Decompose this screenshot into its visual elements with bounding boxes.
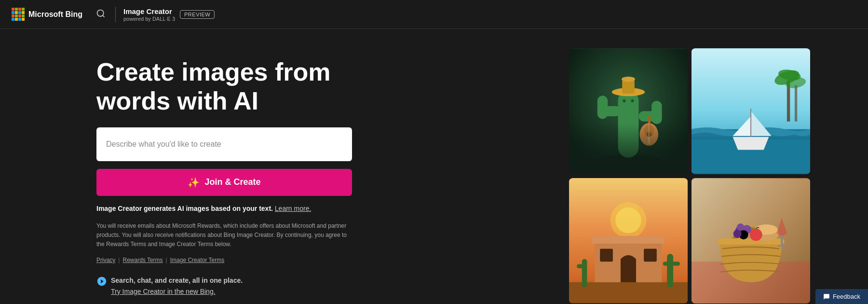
image-basket (692, 178, 810, 304)
rewards-terms-link[interactable]: Rewards Terms (122, 257, 163, 263)
svg-point-17 (646, 132, 651, 137)
svg-point-13 (622, 77, 635, 82)
header: Microsoft Bing Image Creator powered by … (0, 0, 868, 29)
ms-bing-logo[interactable]: Microsoft Bing (12, 8, 82, 21)
svg-rect-38 (667, 254, 673, 288)
image-cactus (569, 48, 688, 174)
svg-rect-40 (672, 262, 680, 266)
header-divider (115, 7, 116, 22)
terms-links: Privacy | Rewards Terms | Image Creator … (96, 257, 352, 263)
svg-rect-37 (577, 264, 584, 268)
image-grid (569, 48, 810, 304)
svg-point-10 (631, 99, 634, 102)
prompt-input[interactable] (96, 127, 352, 161)
header-title: Image Creator (123, 7, 175, 16)
svg-point-15 (644, 124, 654, 137)
svg-point-9 (623, 99, 625, 102)
svg-rect-32 (592, 235, 665, 243)
svg-rect-8 (651, 101, 662, 124)
svg-rect-43 (717, 238, 784, 245)
terms-body: You will receive emails about Microsoft … (96, 221, 352, 249)
bing-promo-link[interactable]: Try Image Creator in the new Bing. (111, 288, 216, 295)
header-title-block: Image Creator powered by DALL·E 3 (123, 7, 175, 22)
feedback-button[interactable]: Feedback (815, 289, 868, 304)
image-desert (569, 178, 688, 304)
search-button[interactable] (94, 7, 108, 22)
preview-badge: PREVIEW (180, 10, 215, 19)
microsoft-grid-icon (12, 8, 25, 21)
bing-promo: Search, chat, and create, all in one pla… (96, 275, 352, 297)
svg-rect-36 (582, 259, 587, 287)
image-sailboat (692, 48, 810, 174)
feedback-icon (823, 293, 830, 300)
header-subtitle: powered by DALL·E 3 (123, 16, 175, 22)
image-creator-terms-link[interactable]: Image Creator Terms (170, 257, 224, 263)
svg-rect-16 (648, 116, 651, 134)
main-heading: Create images from words with AI (96, 58, 352, 116)
svg-point-48 (737, 223, 744, 231)
svg-line-1 (103, 15, 105, 17)
search-icon (96, 9, 106, 18)
svg-point-53 (750, 228, 762, 241)
privacy-link[interactable]: Privacy (96, 257, 115, 263)
svg-rect-6 (597, 96, 608, 119)
svg-rect-33 (600, 249, 613, 262)
svg-rect-52 (778, 245, 786, 247)
create-button-label: Join & Create (204, 177, 260, 187)
bing-promo-icon (96, 276, 107, 287)
svg-rect-4 (618, 91, 639, 158)
create-button[interactable]: ✨ Join & Create (96, 169, 352, 196)
main-content: Create images from words with AI ✨ Join … (0, 29, 868, 304)
svg-point-3 (592, 155, 665, 170)
svg-rect-51 (781, 235, 783, 246)
svg-point-14 (640, 123, 659, 146)
svg-rect-39 (663, 262, 671, 266)
sparkle-icon: ✨ (188, 177, 200, 188)
svg-rect-34 (644, 249, 657, 262)
svg-point-0 (97, 10, 104, 16)
svg-rect-24 (795, 85, 797, 122)
info-text: Image Creator generates AI images based … (96, 204, 352, 214)
svg-point-47 (733, 230, 742, 238)
left-panel: Create images from words with AI ✨ Join … (96, 48, 352, 304)
bing-promo-text: Search, chat, and create, all in one pla… (111, 275, 243, 297)
bing-logo-text: Microsoft Bing (28, 10, 82, 19)
svg-point-30 (615, 207, 641, 233)
feedback-button-label: Feedback (833, 293, 860, 300)
learn-more-link[interactable]: Learn more. (275, 205, 311, 212)
